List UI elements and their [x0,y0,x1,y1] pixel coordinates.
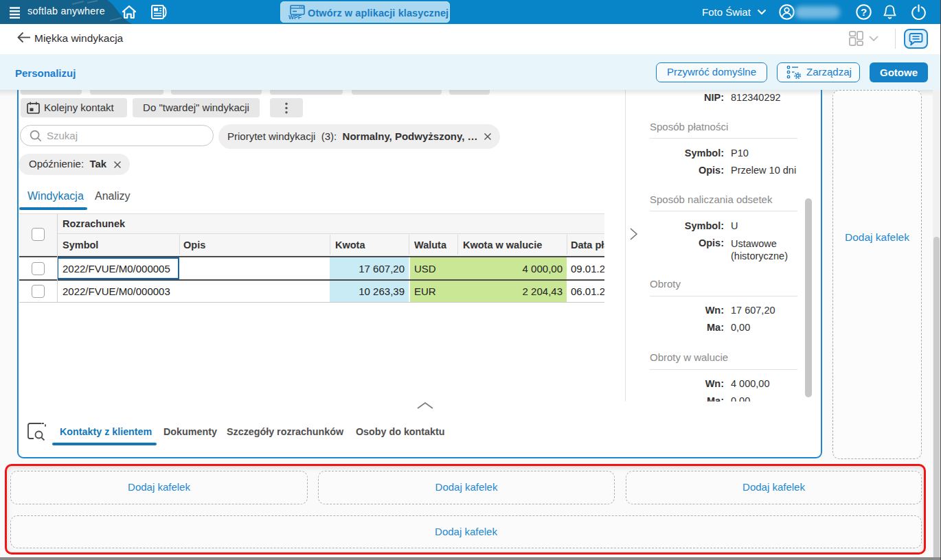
svg-text:?: ? [861,6,867,18]
svg-text:WPF: WPF [288,14,302,21]
